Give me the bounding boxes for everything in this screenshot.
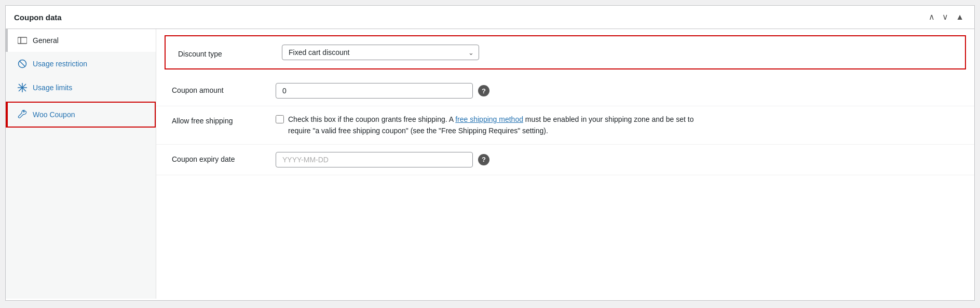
ticket-icon: [17, 37, 28, 44]
sidebar-item-usage-limits-label: Usage limits: [33, 83, 72, 92]
sidebar-item-usage-restriction-label: Usage restriction: [33, 60, 87, 68]
coupon-amount-input[interactable]: [276, 83, 473, 99]
sidebar-item-usage-restriction[interactable]: Usage restriction: [6, 52, 156, 76]
allow-free-shipping-control: Check this box if the coupon grants free…: [276, 114, 959, 137]
discount-type-row: Discount type Percentage discount Fixed …: [165, 35, 966, 69]
coupon-data-panel: Coupon data ∧ ∨ ▲ General: [5, 5, 975, 301]
sidebar-item-general[interactable]: General: [6, 29, 156, 52]
allow-free-shipping-checkbox[interactable]: [276, 115, 284, 123]
sidebar-item-woo-coupon[interactable]: Woo Coupon: [6, 102, 156, 128]
coupon-amount-control: ?: [276, 83, 959, 99]
allow-free-shipping-label: Allow free shipping: [172, 114, 276, 125]
panel-body: General Usage restriction: [6, 29, 974, 299]
allow-free-shipping-row: Allow free shipping Check this box if th…: [156, 106, 974, 145]
coupon-expiry-date-row: Coupon expiry date ?: [156, 145, 974, 175]
wrench-icon: [17, 110, 28, 119]
scroll-down-button[interactable]: ∨: [940, 12, 950, 22]
restriction-icon: [17, 59, 28, 68]
free-shipping-method-link[interactable]: free shipping method: [455, 115, 523, 123]
discount-type-select-wrapper: Percentage discount Fixed cart discount …: [282, 45, 479, 60]
coupon-expiry-help-icon[interactable]: ?: [478, 154, 489, 165]
free-shipping-description: Check this box if the coupon grants free…: [288, 114, 714, 137]
coupon-amount-help-icon[interactable]: ?: [478, 85, 489, 96]
main-content: Discount type Percentage discount Fixed …: [156, 29, 974, 299]
discount-type-control: Percentage discount Fixed cart discount …: [282, 45, 952, 60]
sidebar: General Usage restriction: [6, 29, 156, 299]
coupon-expiry-date-input[interactable]: [276, 152, 473, 167]
panel-header: Coupon data ∧ ∨ ▲: [6, 6, 974, 29]
discount-type-label: Discount type: [178, 47, 282, 58]
free-shipping-checkbox-wrapper: Check this box if the coupon grants free…: [276, 114, 959, 137]
coupon-amount-label: Coupon amount: [172, 83, 276, 94]
scroll-up-button[interactable]: ∧: [927, 12, 937, 22]
panel-title: Coupon data: [14, 13, 62, 22]
collapse-button[interactable]: ▲: [954, 12, 966, 22]
header-controls: ∧ ∨ ▲: [927, 12, 966, 22]
discount-type-select[interactable]: Percentage discount Fixed cart discount …: [282, 45, 479, 60]
coupon-expiry-date-label: Coupon expiry date: [172, 152, 276, 163]
coupon-amount-row: Coupon amount ?: [156, 76, 974, 106]
coupon-expiry-date-control: ?: [276, 152, 959, 167]
svg-rect-0: [18, 37, 27, 44]
sidebar-item-woo-coupon-label: Woo Coupon: [33, 110, 75, 119]
sidebar-item-general-label: General: [33, 36, 59, 45]
sidebar-item-usage-limits[interactable]: Usage limits: [6, 76, 156, 100]
svg-line-3: [20, 61, 25, 67]
limits-icon: [17, 83, 28, 92]
